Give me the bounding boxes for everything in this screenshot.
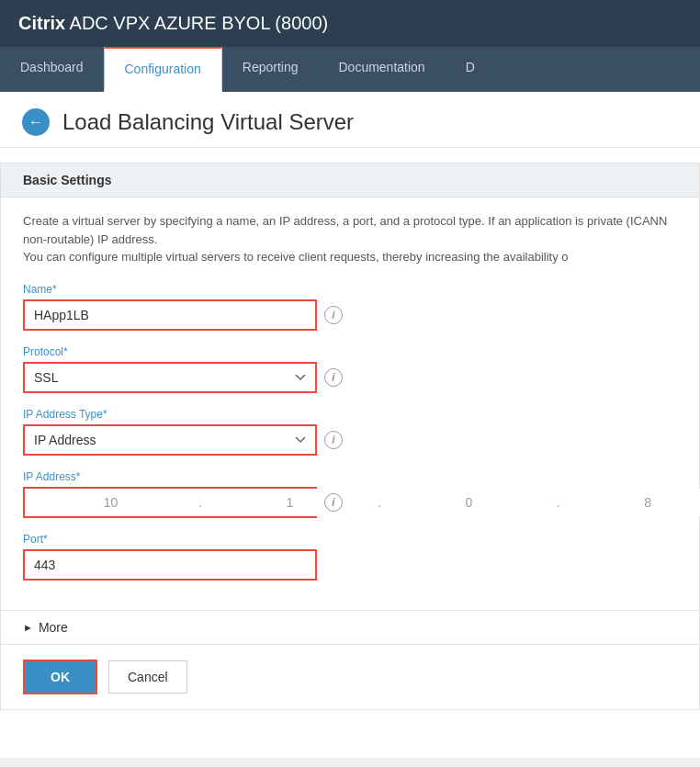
ip-octet-4[interactable]	[562, 489, 700, 516]
page-content: ← Load Balancing Virtual Server Basic Se…	[0, 92, 700, 758]
ip-octet-3[interactable]	[383, 489, 555, 516]
nav-item-dashboard[interactable]: Dashboard	[0, 47, 104, 92]
port-field-row	[23, 549, 677, 581]
brand-citrix: Citrix	[18, 13, 65, 33]
name-label: Name*	[23, 283, 677, 296]
ip-address-type-info-icon[interactable]: i	[324, 431, 343, 449]
name-field-row: i	[23, 299, 677, 331]
section-body: Create a virtual server by specifying a …	[1, 197, 699, 610]
section-title: Basic Settings	[1, 164, 699, 197]
ip-octet-1[interactable]	[25, 489, 197, 516]
name-info-icon[interactable]: i	[324, 306, 343, 324]
back-button[interactable]: ←	[22, 108, 50, 136]
name-field-group: Name* i	[23, 283, 677, 331]
port-input[interactable]	[23, 549, 317, 581]
ip-address-type-field-group: IP Address Type* IP Address Non Addressa…	[23, 408, 677, 456]
ip-field-container: . . .	[23, 487, 317, 518]
nav-item-reporting[interactable]: Reporting	[222, 47, 319, 92]
ip-dot-1: .	[197, 495, 204, 510]
section-description: Create a virtual server by specifying a …	[23, 212, 677, 266]
ip-octet-2[interactable]	[204, 489, 376, 516]
ip-address-info-icon[interactable]: i	[324, 493, 343, 512]
protocol-field-group: Protocol* SSL HTTP HTTPS TCP UDP i	[23, 345, 677, 393]
nav-item-configuration[interactable]: Configuration	[104, 47, 222, 92]
page-header: ← Load Balancing Virtual Server	[0, 92, 700, 148]
protocol-field-row: SSL HTTP HTTPS TCP UDP i	[23, 362, 677, 393]
ip-address-field-row: . . . i	[23, 487, 677, 518]
protocol-info-icon[interactable]: i	[324, 368, 343, 387]
ip-address-type-select[interactable]: IP Address Non Addressable Wild Card	[23, 424, 317, 456]
footer-buttons: OK Cancel	[1, 644, 699, 709]
basic-settings-section: Basic Settings Create a virtual server b…	[0, 163, 700, 710]
nav-item-more[interactable]: D	[446, 47, 495, 92]
more-label: More	[39, 620, 68, 635]
ip-dot-2: .	[376, 495, 383, 510]
ip-address-field-group: IP Address* . . . i	[23, 470, 677, 518]
main-nav: Dashboard Configuration Reporting Docume…	[0, 47, 700, 92]
more-arrow-icon: ►	[23, 622, 33, 633]
page-title: Load Balancing Virtual Server	[62, 109, 354, 135]
brand: Citrix ADC VPX AZURE BYOL (8000)	[18, 13, 328, 34]
protocol-label: Protocol*	[23, 345, 677, 358]
protocol-select[interactable]: SSL HTTP HTTPS TCP UDP	[23, 362, 317, 393]
nav-item-documentation[interactable]: Documentation	[318, 47, 445, 92]
more-section[interactable]: ► More	[1, 610, 699, 644]
ok-button[interactable]: OK	[23, 660, 97, 694]
ip-address-type-field-row: IP Address Non Addressable Wild Card i	[23, 424, 677, 456]
ip-dot-3: .	[555, 495, 562, 510]
cancel-button[interactable]: Cancel	[108, 660, 187, 694]
header: Citrix ADC VPX AZURE BYOL (8000)	[0, 0, 700, 47]
brand-product: ADC VPX AZURE BYOL (8000)	[65, 13, 328, 33]
port-label: Port*	[23, 533, 677, 546]
port-field-group: Port*	[23, 533, 677, 581]
ip-address-label: IP Address*	[23, 470, 677, 483]
ip-address-type-label: IP Address Type*	[23, 408, 677, 421]
name-input[interactable]	[23, 299, 317, 331]
